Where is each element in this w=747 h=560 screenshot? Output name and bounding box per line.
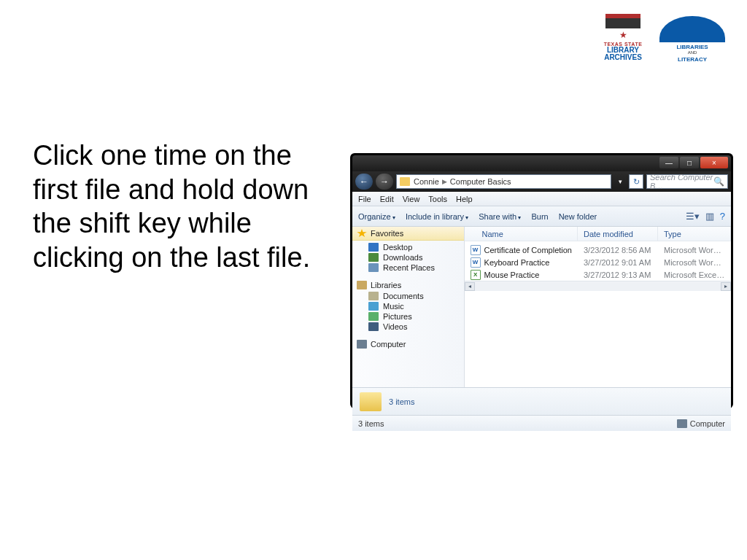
status-item-count: 3 items xyxy=(358,419,384,428)
file-icon xyxy=(471,257,481,268)
breadcrumb-seg[interactable]: Computer Basics xyxy=(449,177,512,186)
nav-downloads[interactable]: Downloads xyxy=(357,252,460,262)
header-logos: ★ TEXAS STATE LIBRARY ARCHIVES LIBRARIES… xyxy=(601,16,725,63)
desktop-icon xyxy=(368,243,379,252)
folder-icon xyxy=(400,177,410,186)
videos-icon xyxy=(368,322,379,331)
nav-libraries[interactable]: Libraries xyxy=(357,279,460,291)
search-icon: 🔍 xyxy=(713,176,724,187)
menu-bar: File Edit View Tools Help xyxy=(352,192,731,206)
star-icon xyxy=(357,229,367,238)
view-mode-icon[interactable]: ☰▾ xyxy=(686,211,700,222)
file-name: Keyboard Practice xyxy=(484,258,550,267)
breadcrumb-sep-icon: ▶ xyxy=(440,178,449,185)
file-icon xyxy=(471,245,481,255)
pictures-icon xyxy=(368,312,379,321)
status-bar: 3 items Computer xyxy=(352,415,731,431)
scroll-left-icon[interactable]: ◂ xyxy=(465,282,475,291)
computer-icon xyxy=(677,419,687,428)
search-placeholder: Search Computer B… xyxy=(650,173,713,190)
titlebar[interactable]: — □ × xyxy=(352,155,731,171)
file-type: Microsoft Excel W… xyxy=(658,271,731,279)
col-type[interactable]: Type xyxy=(658,227,731,241)
documents-icon xyxy=(368,292,379,300)
file-icon xyxy=(471,270,481,280)
file-type: Microsoft Word D… xyxy=(658,246,731,254)
libraries-literacy-logo: LIBRARIES AND LITERACY xyxy=(659,16,725,63)
nav-bar: ← → Connie ▶ Computer Basics ▾ ↻ Search … xyxy=(352,171,731,192)
computer-icon xyxy=(357,340,367,349)
navigation-pane: Favorites Desktop Downloads Recent Place… xyxy=(352,227,465,387)
music-icon xyxy=(368,302,379,311)
nav-music[interactable]: Music xyxy=(357,301,460,311)
folder-icon xyxy=(360,392,382,411)
menu-tools[interactable]: Tools xyxy=(428,195,447,203)
file-row[interactable]: Certificate of Completion3/23/2012 8:56 … xyxy=(465,244,731,256)
burn-button[interactable]: Burn xyxy=(531,212,548,221)
recent-icon xyxy=(368,263,379,272)
nav-desktop[interactable]: Desktop xyxy=(357,242,460,252)
nav-recent[interactable]: Recent Places xyxy=(357,262,460,273)
breadcrumb-seg[interactable]: Connie xyxy=(413,177,440,186)
file-name: Mouse Practice xyxy=(484,271,540,279)
file-date: 3/23/2012 8:56 AM xyxy=(578,246,658,254)
nav-documents[interactable]: Documents xyxy=(357,291,460,301)
search-input[interactable]: Search Computer B… 🔍 xyxy=(646,174,728,189)
menu-edit[interactable]: Edit xyxy=(380,195,394,203)
refresh-button[interactable]: ↻ xyxy=(629,174,643,189)
file-type: Microsoft Word D… xyxy=(658,258,731,267)
col-date[interactable]: Date modified xyxy=(578,227,658,241)
file-list: Name Date modified Type Certificate of C… xyxy=(465,227,731,387)
menu-help[interactable]: Help xyxy=(456,195,473,203)
libraries-icon xyxy=(357,281,367,289)
file-name: Certificate of Completion xyxy=(484,246,572,254)
explorer-window: — □ × ← → Connie ▶ Computer Basics ▾ ↻ S… xyxy=(350,153,733,408)
forward-button[interactable]: → xyxy=(376,174,393,190)
nav-computer[interactable]: Computer xyxy=(357,338,460,350)
nav-videos[interactable]: Videos xyxy=(357,322,460,332)
minimize-button[interactable]: — xyxy=(659,157,678,168)
new-folder-button[interactable]: New folder xyxy=(559,212,597,221)
downloads-icon xyxy=(368,253,379,262)
address-dropdown-icon[interactable]: ▾ xyxy=(614,178,626,185)
col-name[interactable]: Name xyxy=(465,227,578,241)
back-button[interactable]: ← xyxy=(355,174,373,190)
close-button[interactable]: × xyxy=(700,157,728,168)
menu-view[interactable]: View xyxy=(403,195,420,203)
file-date: 3/27/2012 9:13 AM xyxy=(578,271,658,279)
column-headers: Name Date modified Type xyxy=(465,227,731,241)
nav-favorites[interactable]: Favorites xyxy=(352,227,464,241)
include-in-library-button[interactable]: Include in library xyxy=(406,212,468,221)
details-text: 3 items xyxy=(389,397,414,406)
maximize-button[interactable]: □ xyxy=(680,157,699,168)
file-row[interactable]: Keyboard Practice3/27/2012 9:01 AMMicros… xyxy=(465,256,731,268)
horizontal-scrollbar[interactable]: ◂ ▸ xyxy=(465,281,731,291)
scroll-right-icon[interactable]: ▸ xyxy=(721,282,731,291)
status-location: Computer xyxy=(677,419,725,428)
organize-button[interactable]: Organize xyxy=(358,212,395,221)
file-date: 3/27/2012 9:01 AM xyxy=(578,258,658,267)
nav-pictures[interactable]: Pictures xyxy=(357,311,460,322)
file-row[interactable]: Mouse Practice3/27/2012 9:13 AMMicrosoft… xyxy=(465,268,731,281)
address-bar[interactable]: Connie ▶ Computer Basics xyxy=(396,174,611,189)
details-pane: 3 items xyxy=(352,387,731,415)
instruction-text: Click one time on the first file and hol… xyxy=(33,139,325,275)
preview-pane-icon[interactable]: ▥ xyxy=(705,211,714,222)
toolbar: Organize Include in library Share with B… xyxy=(352,206,731,227)
menu-file[interactable]: File xyxy=(358,195,371,203)
help-icon[interactable]: ? xyxy=(720,211,725,222)
library-archives-logo: ★ TEXAS STATE LIBRARY ARCHIVES xyxy=(601,18,645,61)
share-with-button[interactable]: Share with xyxy=(479,212,521,221)
